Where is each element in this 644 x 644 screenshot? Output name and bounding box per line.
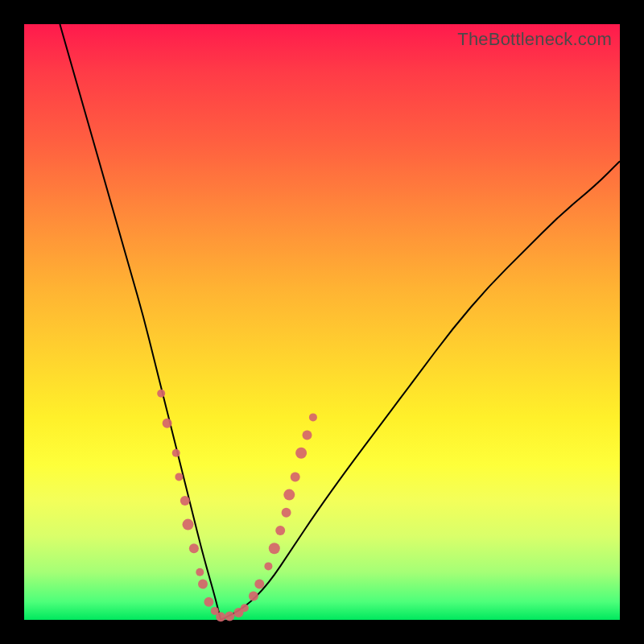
data-point [283,489,295,501]
data-point [175,473,183,481]
data-point [264,562,272,570]
right-limb [221,161,620,620]
data-point [198,580,208,589]
data-point [225,612,234,621]
data-point [241,604,249,612]
data-point [275,526,285,535]
bottleneck-curve [60,24,620,620]
data-point [309,413,317,421]
data-point [249,591,258,601]
data-point [163,419,172,428]
data-point [295,448,307,459]
data-point [189,543,199,553]
data-point [204,597,213,607]
data-point [254,580,264,589]
data-point [216,612,225,621]
chart-svg [24,24,620,620]
data-point [303,431,312,440]
data-point [183,519,194,530]
marker-group [157,390,317,622]
data-point [157,390,165,398]
chart-frame: TheBottleneck.com [24,24,620,620]
data-point [269,543,280,554]
data-point [172,449,180,457]
data-point [291,472,300,481]
data-point [196,568,204,576]
left-limb [60,24,221,620]
data-point [180,496,190,506]
data-point [282,508,291,518]
